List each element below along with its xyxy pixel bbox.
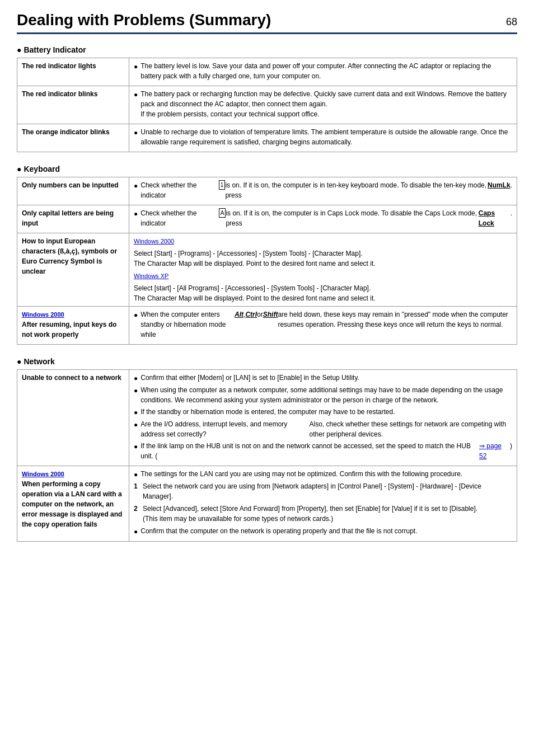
alt-key: Alt: [235, 309, 243, 320]
solution-item: Are the I/O address, interrupt levels, a…: [134, 419, 512, 439]
windows2000-label2[interactable]: Windows 2000: [22, 471, 64, 477]
solution-cell: Check whether the indicator 1 is on. If …: [129, 177, 517, 205]
problem-cell: Windows 2000 When performing a copy oper…: [17, 466, 129, 542]
problem-cell: How to input European characters (ß,à,ç)…: [17, 233, 129, 307]
numbered-step: 2 Select [Advanced], select [Store And F…: [134, 504, 512, 524]
solution-cell: The battery pack or recharging function …: [129, 86, 517, 124]
solution-item: Check whether the indicator 1 is on. If …: [134, 180, 512, 200]
numbered-step: 1 Select the network card you are using …: [134, 481, 512, 501]
solution-item: When using the computer as a network com…: [134, 385, 512, 405]
solution-cell: The battery level is low. Save your data…: [129, 58, 517, 86]
solution-item: The battery level is low. Save your data…: [134, 61, 512, 81]
table-row: The red indicator lights The battery lev…: [17, 58, 517, 86]
caps-lock-key: Caps Lock: [479, 208, 510, 228]
solution-item: If the standby or hibernation mode is en…: [134, 407, 512, 417]
problem-cell: The red indicator blinks: [17, 86, 129, 124]
network-heading: Network: [17, 357, 517, 366]
solution-item: Check whether the indicator A is on. If …: [134, 208, 512, 228]
network-table: Unable to connect to a network Confirm t…: [17, 369, 517, 542]
keyboard-heading: Keyboard: [17, 165, 517, 173]
keyboard-table: Only numbers can be inputted Check wheth…: [17, 177, 517, 345]
page52-link[interactable]: ⇒ page 52: [479, 441, 510, 461]
table-row: Windows 2000 After resuming, input keys …: [17, 307, 517, 345]
numLk-key: NumLk: [488, 180, 510, 190]
table-row: The orange indicator blinks Unable to re…: [17, 124, 517, 152]
solution-item: The settings for the LAN card you are us…: [134, 469, 512, 480]
solution-item: If the link lamp on the HUB unit is not …: [134, 441, 512, 461]
solution-item: Confirm that either [Modem] or [LAN] is …: [134, 373, 512, 383]
problem-cell: Only capital letters are being input: [17, 205, 129, 233]
table-row: Only capital letters are being input Che…: [17, 205, 517, 233]
windows2000-label[interactable]: Windows 2000: [22, 311, 64, 318]
page-number: 68: [506, 16, 517, 28]
shift-key: Shift: [263, 309, 278, 320]
solution-item: Confirm that the computer on the network…: [134, 526, 512, 537]
problem-cell: The orange indicator blinks: [17, 124, 129, 152]
ctrl-key: Ctrl: [245, 309, 257, 320]
problem-cell: The red indicator lights: [17, 58, 129, 86]
indicator-icon: 1: [219, 180, 226, 190]
problem-cell: Only numbers can be inputted: [17, 177, 129, 205]
solution-item: Unable to recharge due to violation of t…: [134, 127, 512, 147]
solution-cell: Check whether the indicator A is on. If …: [129, 205, 517, 233]
table-row: The red indicator blinks The battery pac…: [17, 86, 517, 124]
table-row: Only numbers can be inputted Check wheth…: [17, 177, 517, 205]
win2000-instructions: Select [Start] - [Programs] - [Accessori…: [134, 248, 512, 269]
network-section: Network Unable to connect to a network C…: [17, 357, 517, 542]
solution-cell: The settings for the LAN card you are us…: [129, 466, 517, 542]
windows2000-link[interactable]: Windows 2000: [134, 238, 174, 245]
solution-cell: Windows 2000 Select [Start] - [Programs]…: [129, 233, 517, 307]
battery-section: Battery Indicator The red indicator ligh…: [17, 45, 517, 152]
battery-table: The red indicator lights The battery lev…: [17, 58, 517, 152]
table-row: Unable to connect to a network Confirm t…: [17, 370, 517, 466]
table-row: How to input European characters (ß,à,ç)…: [17, 233, 517, 307]
keyboard-section: Keyboard Only numbers can be inputted Ch…: [17, 165, 517, 345]
page-header: Dealing with Problems (Summary) 68: [17, 11, 517, 34]
problem-cell: Windows 2000 After resuming, input keys …: [17, 307, 129, 345]
table-row: Windows 2000 When performing a copy oper…: [17, 466, 517, 542]
page-title: Dealing with Problems (Summary): [17, 11, 271, 29]
solution-item: The battery pack or recharging function …: [134, 89, 512, 119]
winXP-instructions: Select [start] - [All Programs] - [Acces…: [134, 283, 512, 303]
solution-item: When the computer enters standby or hibe…: [134, 309, 512, 340]
battery-heading: Battery Indicator: [17, 45, 517, 54]
solution-cell: Confirm that either [Modem] or [LAN] is …: [129, 370, 517, 466]
solution-cell: Unable to recharge due to violation of t…: [129, 124, 517, 152]
caps-indicator-icon: A: [219, 208, 226, 218]
windowsXP-link[interactable]: Windows XP: [134, 273, 168, 279]
solution-cell: When the computer enters standby or hibe…: [129, 307, 517, 345]
problem-cell: Unable to connect to a network: [17, 370, 129, 466]
